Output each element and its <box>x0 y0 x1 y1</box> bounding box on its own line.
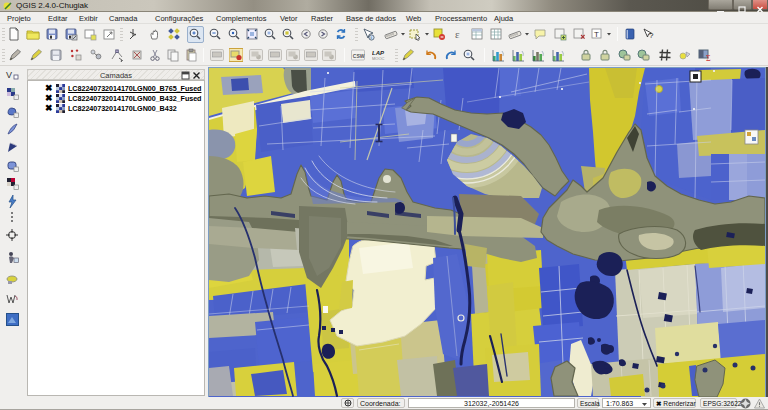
svg-text:Σ: Σ <box>706 54 711 62</box>
svg-text:CSW: CSW <box>353 53 365 59</box>
svg-text:ε: ε <box>455 28 460 40</box>
svg-text:MOOC: MOOC <box>372 56 385 61</box>
svg-text:?: ? <box>649 31 654 40</box>
svg-text:T: T <box>594 30 599 39</box>
svg-text:V: V <box>6 70 12 80</box>
